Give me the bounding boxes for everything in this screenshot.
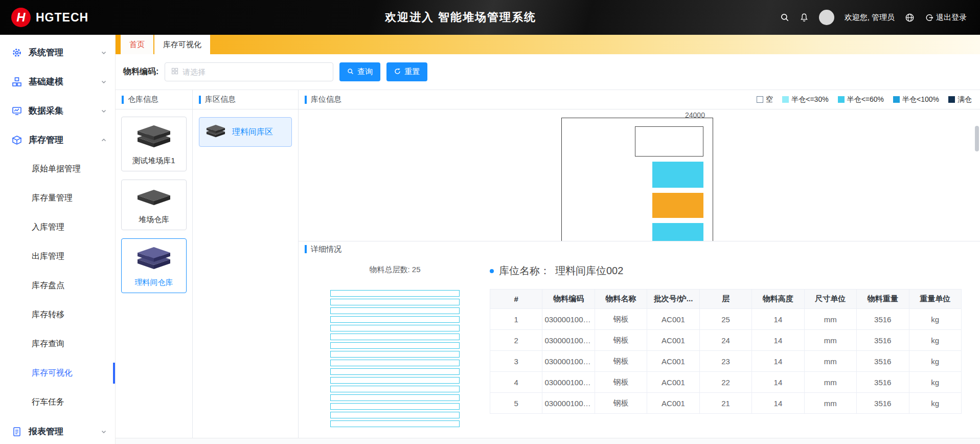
- layer-bar: [330, 386, 460, 392]
- logo: H HGTECH: [11, 8, 88, 27]
- slot-outline: [561, 118, 713, 241]
- sidebar-item-report[interactable]: 报表管理: [0, 417, 115, 444]
- layer-bar: [330, 316, 460, 323]
- cell: 030000100022: [542, 351, 595, 372]
- avatar[interactable]: [819, 10, 834, 25]
- scrollbar-thumb[interactable]: [975, 126, 979, 151]
- sidebar-item-system[interactable]: 系统管理: [0, 38, 115, 67]
- slot-block-empty[interactable]: [635, 126, 703, 157]
- layers-label: 物料总层数:: [369, 265, 409, 274]
- cell: mm: [804, 372, 856, 393]
- column-header: 尺寸单位: [804, 290, 856, 309]
- query-button-label: 查询: [357, 67, 373, 77]
- sidebar-item-visualization[interactable]: 库存可视化: [0, 359, 115, 388]
- cell: 25: [699, 309, 751, 330]
- sidebar-item-stock-qty[interactable]: 库存量管理: [0, 184, 115, 213]
- material-code-input[interactable]: [183, 68, 327, 76]
- cell: 3: [490, 351, 542, 372]
- area-card-name: 理料间库区: [232, 127, 273, 138]
- layer-bar: [330, 420, 460, 427]
- sidebar-item-label: 数据采集: [29, 105, 63, 117]
- table-row[interactable]: 3030000100022钢板AC0012314mm3516kg: [490, 351, 962, 372]
- sidebar-item-query[interactable]: 库存查询: [0, 329, 115, 359]
- sidebar-item-inbound[interactable]: 入库管理: [0, 213, 115, 242]
- warehouse-card-yard[interactable]: 堆场仓库: [121, 180, 187, 230]
- area-panel: 库区信息 理料间库区: [193, 90, 299, 438]
- cell: 030000100022: [542, 309, 595, 330]
- query-button[interactable]: 查询: [339, 62, 380, 81]
- warehouse-card-list: 测试堆场库1 堆场仓库 理料间仓库: [116, 109, 192, 300]
- cell: kg: [909, 393, 962, 414]
- slot-block-orange[interactable]: [652, 193, 703, 218]
- warehouse-stack-icon: [134, 246, 174, 274]
- logout-button[interactable]: 退出登录: [925, 13, 967, 23]
- cell: 22: [699, 372, 751, 393]
- cell: 14: [752, 351, 804, 372]
- area-card-sorting-room[interactable]: 理料间库区: [199, 117, 292, 147]
- tab-home[interactable]: 首页: [121, 35, 153, 54]
- layer-bar: [330, 334, 460, 340]
- chevron-down-icon: [101, 79, 107, 85]
- tab-inventory-visualization[interactable]: 库存可视化: [154, 35, 210, 54]
- warehouse-card-test-yard[interactable]: 测试堆场库1: [121, 117, 187, 171]
- details-section: 详细情况 物料总层数: 25: [299, 241, 980, 438]
- layer-bar: [330, 377, 460, 384]
- sidebar-item-stocktake[interactable]: 库存盘点: [0, 271, 115, 300]
- material-table: # 物料编码 物料名称 批次号/炉... 层 物料高度 尺寸单位 物料重量: [490, 289, 962, 414]
- tab-bar: 首页 库存可视化: [116, 35, 980, 54]
- chevron-down-icon: [101, 429, 107, 435]
- capacity-legend: 空 半仓<=30% 半仓<=60% 半仓<100% 满仓: [757, 95, 974, 104]
- reset-button-label: 重置: [404, 67, 420, 77]
- layer-bar: [330, 394, 460, 401]
- column-header: 物料高度: [752, 290, 804, 309]
- cell: kg: [909, 309, 962, 330]
- bullet-icon: [490, 269, 494, 273]
- cell: 3516: [857, 309, 909, 330]
- search-icon[interactable]: [780, 13, 789, 22]
- legend-label: 半仓<=60%: [847, 95, 884, 104]
- refresh-icon: [394, 68, 401, 76]
- area-panel-title: 库区信息: [205, 95, 236, 104]
- layer-bar: [330, 360, 460, 366]
- cell: 21: [699, 393, 751, 414]
- horizontal-scrollbar[interactable]: [116, 438, 980, 444]
- sidebar-item-original-docs[interactable]: 原始单据管理: [0, 154, 115, 184]
- sidebar-item-modeling[interactable]: 基础建模: [0, 67, 115, 96]
- slot-block-cyan-1[interactable]: [652, 162, 703, 188]
- layer-bar: [330, 351, 460, 358]
- main-area: 首页 库存可视化 物料编码: 查询: [116, 35, 980, 444]
- material-code-select[interactable]: [165, 62, 333, 81]
- sidebar-item-crane-task[interactable]: 行车任务: [0, 388, 115, 417]
- slot-name-title: 库位名称：理料间库位002: [490, 264, 963, 278]
- column-header: 层: [699, 290, 751, 309]
- layer-bar: [330, 307, 460, 314]
- table-row[interactable]: 5030000100022钢板AC0012114mm3516kg: [490, 393, 962, 414]
- warehouse-card-sorting-room[interactable]: 理料间仓库: [121, 238, 187, 293]
- cell: AC001: [647, 309, 699, 330]
- column-header: 物料重量: [857, 290, 909, 309]
- table-row[interactable]: 2030000100022钢板AC0012414mm3516kg: [490, 330, 962, 351]
- table-row[interactable]: 1030000100022钢板AC0012514mm3516kg: [490, 309, 962, 330]
- cell: 3516: [857, 372, 909, 393]
- section-marker: [305, 245, 307, 253]
- table-row[interactable]: 4030000100022钢板AC0012214mm3516kg: [490, 372, 962, 393]
- cell: 钢板: [595, 351, 647, 372]
- layer-bar: [330, 403, 460, 410]
- bell-icon[interactable]: [800, 13, 809, 22]
- globe-icon[interactable]: [905, 13, 915, 23]
- column-header: 物料编码: [542, 290, 595, 309]
- grid-icon: [171, 68, 178, 76]
- sidebar-item-outbound[interactable]: 出库管理: [0, 242, 115, 271]
- sidebar-item-inventory[interactable]: 库存管理: [0, 125, 115, 154]
- reset-button[interactable]: 重置: [386, 62, 427, 81]
- slot-name-value: 理料间库位002: [555, 264, 623, 278]
- warehouse-card-name: 理料间仓库: [135, 278, 173, 287]
- layer-bar: [330, 412, 460, 418]
- cell: 24: [699, 330, 751, 351]
- sidebar-item-transfer[interactable]: 库存转移: [0, 300, 115, 329]
- sidebar-item-data-collection[interactable]: 数据采集: [0, 96, 115, 125]
- slot-block-cyan-2[interactable]: [652, 223, 703, 241]
- cell: kg: [909, 372, 962, 393]
- chevron-down-icon: [101, 50, 107, 56]
- legend-swatch-full: [948, 96, 955, 103]
